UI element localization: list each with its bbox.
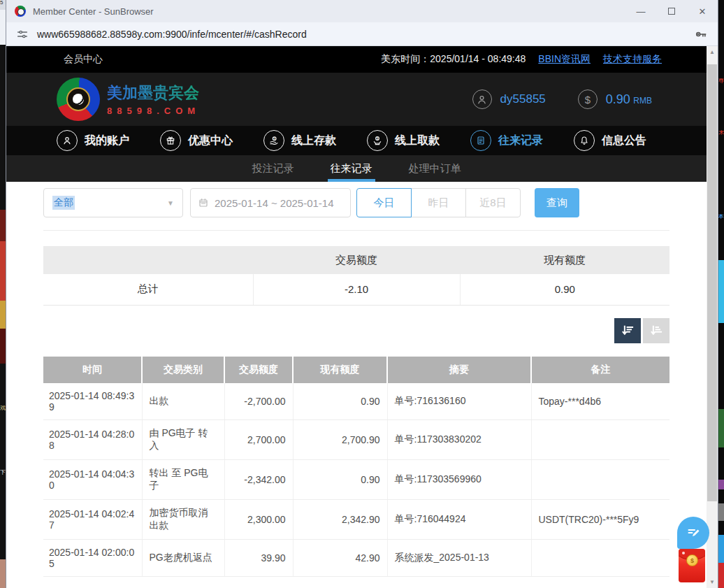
cell-summary: 单号:117303830202 (387, 420, 531, 459)
cell-time: 2025-01-14 08:49:39 (43, 383, 142, 420)
nav-item-promotions[interactable]: 优惠中心 (160, 130, 233, 151)
cell-amount: 39.90 (224, 539, 293, 576)
browser-viewport: 会员中心 美东时间：2025/01/14 - 08:49:48 BBIN资讯网 … (6, 46, 718, 588)
nav-item-my-account[interactable]: 我的账户 (57, 130, 129, 151)
cell-amount: -2,700.00 (224, 383, 293, 420)
calendar-icon (198, 197, 209, 208)
minimize-button[interactable]: — (625, 0, 656, 22)
tab-cash-records[interactable]: 往来记录 (328, 155, 375, 182)
webpage: 会员中心 美东时间：2025/01/14 - 08:49:48 BBIN资讯网 … (6, 46, 707, 588)
background-fragment (0, 301, 6, 329)
sort-desc-button[interactable] (614, 318, 641, 343)
table-row: 2025-01-14 08:49:39出款-2,700.000.90单号:716… (43, 383, 669, 420)
background-fragment (718, 535, 724, 563)
coin-icon: $ (686, 554, 698, 566)
cell-time: 2025-01-14 04:02:47 (43, 499, 142, 539)
scrollbar-thumb[interactable] (707, 64, 717, 501)
summary-table: 交易额度 现有额度 总计 -2.10 0.90 (43, 246, 669, 306)
type-dropdown-value: 全部 (52, 196, 75, 210)
red-envelope-button[interactable]: $ (679, 549, 705, 582)
page-scrollbar[interactable]: ▲ ▼ (707, 46, 718, 588)
sort-controls (43, 318, 669, 343)
summary-balance-total: 0.90 (460, 274, 669, 305)
nav-item-deposit[interactable]: $ 线上存款 (263, 130, 336, 151)
summary-transaction-total: -2.10 (253, 274, 460, 305)
chat-edit-icon (685, 524, 702, 541)
customer-service-button[interactable] (677, 517, 709, 549)
tab-bet-records[interactable]: 投注记录 (249, 155, 297, 182)
cell-remark (531, 420, 669, 459)
background-fragment (718, 480, 724, 489)
url-text[interactable]: www665988682.88598y.com:9900/infe/mcente… (37, 29, 307, 40)
quick-date-group: 今日 昨日 近8日 (356, 188, 521, 217)
table-row: 2025-01-14 02:00:05PG老虎机返点39.9042.90系统派发… (43, 539, 669, 576)
background-window-sliver-left: 5 戏 下 (0, 0, 6, 588)
nav-item-announcements[interactable]: 信息公告 (574, 130, 646, 151)
dollar-icon: $ (578, 89, 598, 109)
background-fragment: 戏 (0, 406, 6, 414)
col-time: 时间 (43, 357, 142, 383)
chevron-down-icon: ▼ (167, 199, 174, 207)
balance-currency: RMB (633, 96, 652, 106)
records-table: 时间 交易类别 交易额度 现有额度 摘要 备注 2025-01-14 08:49… (43, 357, 669, 577)
summary-total-label: 总计 (43, 274, 253, 305)
svg-text:$: $ (377, 137, 379, 141)
key-icon[interactable] (694, 27, 708, 41)
background-fragment (718, 563, 724, 588)
red-envelope-dot (682, 552, 685, 554)
browser-urlbar: www665988682.88598y.com:9900/infe/mcente… (6, 22, 718, 46)
cell-remark: USDT(TRC20)-***5Fy9 (531, 499, 669, 539)
cell-type: 由 PG电子 转入 (142, 420, 224, 459)
cell-amount: -2,342.00 (224, 459, 293, 499)
background-fragment: 下 (0, 470, 6, 478)
main-nav: 我的账户 优惠中心 (6, 126, 707, 155)
withdraw-icon: $ (367, 130, 388, 151)
background-fragment (718, 260, 724, 323)
logo-icon (57, 78, 100, 121)
cell-balance: 0.90 (293, 459, 387, 499)
logo-title: 美加墨贵宾会 (107, 83, 200, 103)
last-8-days-button[interactable]: 近8日 (465, 188, 521, 217)
tab-pending-orders[interactable]: 处理中订单 (406, 155, 464, 182)
maximize-button[interactable] (656, 0, 687, 22)
divider (43, 230, 669, 231)
nav-item-cash-records[interactable]: 往来记录 (470, 130, 543, 151)
today-button[interactable]: 今日 (356, 188, 412, 217)
type-dropdown[interactable]: 全部 ▼ (43, 188, 183, 217)
summary-header-row: 交易额度 现有额度 (43, 246, 669, 274)
background-window-sliver-right: 尊 末 本 (718, 0, 724, 588)
support-link[interactable]: 技术支持服务 (603, 53, 662, 66)
browser-window: Member Center - SunBrowser — ✕ www665988… (6, 0, 718, 588)
date-range-input[interactable]: 2025-01-14 ~ 2025-01-14 (190, 188, 351, 217)
scroll-down-arrow-icon[interactable]: ▼ (707, 576, 718, 588)
brand-bar: 美加墨贵宾会 88598.COM dy55855 (6, 73, 707, 126)
sort-desc-icon (621, 324, 635, 338)
background-fragment: 尊 (718, 78, 724, 87)
sort-asc-button[interactable] (643, 318, 669, 343)
col-summary: 摘要 (387, 357, 531, 383)
cell-remark (531, 539, 669, 576)
background-fragment (0, 10, 6, 45)
site-info-icon[interactable] (16, 28, 29, 41)
cell-summary: 单号:716044924 (387, 499, 531, 539)
account-user[interactable]: dy55855 (472, 89, 546, 109)
background-fragment (0, 210, 6, 241)
account-balance[interactable]: $ 0.90 RMB (578, 89, 652, 109)
summary-header-transaction: 交易额度 (253, 246, 460, 274)
records-header-row: 时间 交易类别 交易额度 现有额度 摘要 备注 (43, 357, 669, 383)
yesterday-button[interactable]: 昨日 (411, 188, 466, 217)
summary-header-balance: 现有额度 (460, 246, 669, 274)
table-row: 2025-01-14 04:28:08由 PG电子 转入2,700.002,70… (43, 420, 669, 459)
close-button[interactable]: ✕ (687, 0, 718, 22)
cell-remark (531, 459, 669, 499)
balance-amount: 0.90 (606, 92, 630, 106)
site-logo[interactable]: 美加墨贵宾会 88598.COM (57, 78, 200, 121)
username: dy55855 (500, 92, 546, 106)
news-link[interactable]: BBIN资讯网 (538, 53, 591, 66)
nav-item-withdraw[interactable]: $ 线上取款 (367, 130, 440, 151)
cell-balance: 2,700.90 (293, 420, 387, 459)
bell-icon (574, 130, 595, 151)
search-button[interactable]: 查询 (535, 188, 579, 217)
scroll-up-arrow-icon[interactable]: ▲ (707, 46, 718, 58)
page-topbar: 会员中心 美东时间：2025/01/14 - 08:49:48 BBIN资讯网 … (6, 46, 707, 73)
